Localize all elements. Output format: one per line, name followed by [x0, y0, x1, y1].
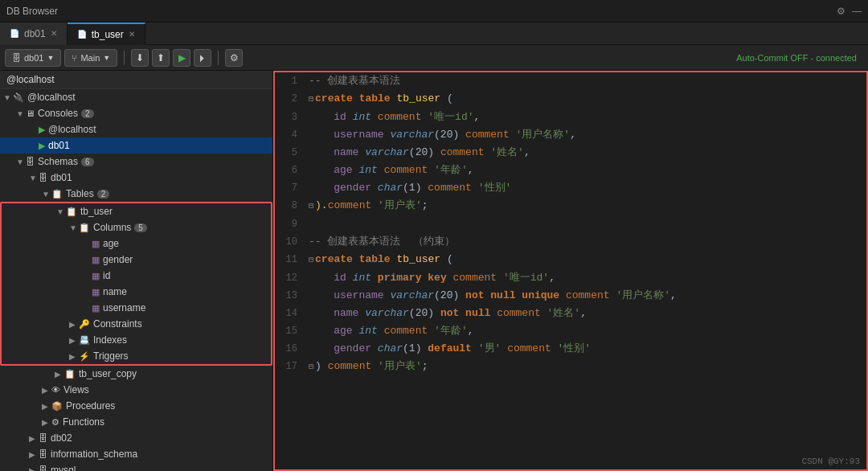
sidebar-item-triggers[interactable]: ▶ ⚡ Triggers: [2, 348, 271, 364]
run-all-btn[interactable]: ⏵: [194, 49, 211, 67]
line-content-14: name varchar(20) not null comment '姓名',: [305, 305, 866, 322]
line-content-4: username varchar(20) comment '用户名称',: [305, 126, 866, 144]
tab-tb-user[interactable]: 📄 tb_user ✕: [68, 23, 145, 45]
arrow-icon: ▶: [55, 370, 64, 379]
tb-copy-icon: 📋: [64, 369, 76, 379]
arrow-icon: ▶: [42, 418, 51, 427]
arrow-icon: ▼: [16, 158, 26, 166]
code-line-16: 16 gender char(1) default '男' comment '性…: [275, 340, 866, 358]
sidebar-item-localhost-console[interactable]: ▶ @localhost: [0, 121, 272, 137]
branch-dropdown-icon: ▼: [103, 54, 110, 62]
sidebar-item-localhost-root[interactable]: ▼ 🔌 @localhost: [0, 89, 272, 105]
sidebar-item-db02[interactable]: ▶ 🗄 db02: [0, 430, 272, 446]
arrow-icon: ▶: [42, 402, 51, 411]
run-btn[interactable]: ▶: [173, 49, 190, 67]
arrow-icon: ▶: [69, 320, 79, 329]
line-num-4: 4: [275, 126, 305, 144]
sidebar-label-tb-user: tb_user: [80, 206, 113, 217]
db-selector[interactable]: 🗄 db01 ▼: [5, 49, 61, 67]
line-content-7: gender char(1) comment '性别': [305, 179, 866, 197]
line-num-11: 11: [275, 251, 305, 268]
db-icon: 🗄: [12, 53, 21, 63]
line-content-3: id int comment '唯一id',: [305, 109, 866, 126]
sidebar-item-col-gender[interactable]: ▦ gender: [2, 252, 271, 268]
line-content-17: ⊟) comment '用户表';: [305, 358, 866, 376]
arrow-icon: ▼: [56, 207, 66, 216]
sidebar-item-db01-schema[interactable]: ▼ 🗄 db01: [0, 170, 272, 186]
line-num-1: 1: [275, 72, 305, 90]
code-line-11: 11 ⊟create table tb_user (: [275, 251, 866, 269]
sidebar-item-constraints[interactable]: ▶ 🔑 Constraints: [2, 316, 271, 332]
toolbar-separator-1: [124, 51, 125, 65]
export-btn[interactable]: ⬆: [152, 49, 170, 67]
info-schema-icon: 🗄: [39, 449, 47, 459]
settings-btn[interactable]: ⚙: [225, 49, 243, 67]
arrow-icon: ▶: [69, 336, 79, 345]
branch-label: Main: [80, 53, 100, 63]
sidebar-label-triggers: Triggers: [93, 350, 129, 362]
db-dropdown-icon: ▼: [47, 54, 54, 62]
sidebar-item-tb-user[interactable]: ▼ 📋 tb_user: [2, 203, 271, 219]
sidebar-item-functions[interactable]: ▶ ⚙ Functions: [0, 414, 272, 430]
sidebar-label-db01-console: db01: [48, 140, 70, 151]
line-num-5: 5: [275, 144, 305, 162]
sidebar-item-col-name[interactable]: ▦ name: [2, 284, 271, 300]
sidebar-label-db02: db02: [51, 432, 72, 444]
toolbar: 🗄 db01 ▼ ⑂ Main ▼ ⬇ ⬆ ▶ ⏵ ⚙ Auto-Commit …: [0, 45, 868, 71]
line-num-6: 6: [275, 162, 305, 179]
code-line-7: 7 gender char(1) comment '性别': [275, 179, 866, 197]
minimize-icon[interactable]: —: [852, 6, 862, 17]
sidebar-label-information-schema: information_schema: [51, 448, 137, 460]
sidebar-label-indexes: Indexes: [93, 334, 127, 346]
code-editor[interactable]: 1 -- 创建表基本语法 2 ⊟create table tb_user ( 3…: [273, 71, 868, 471]
col-icon: ▦: [92, 287, 100, 297]
tab-tb-user-label: tb_user: [92, 29, 124, 40]
line-num-14: 14: [275, 305, 305, 322]
sidebar-item-information-schema[interactable]: ▶ 🗄 information_schema: [0, 446, 272, 462]
col-icon: ▦: [92, 239, 100, 249]
line-num-13: 13: [275, 287, 305, 305]
sidebar-item-mysql[interactable]: ▶ 🗄 mysql: [0, 462, 272, 471]
code-line-13: 13 username varchar(20) not null unique …: [275, 287, 866, 305]
sidebar-item-tables[interactable]: ▼ 📋 Tables 2: [0, 186, 272, 202]
sidebar-item-schemas[interactable]: ▼ 🗄 Schemas 6: [0, 154, 272, 170]
tab-db01-close[interactable]: ✕: [51, 29, 57, 38]
sidebar-item-col-id[interactable]: ▦ id: [2, 268, 271, 284]
code-line-12: 12 id int primary key comment '唯一id',: [275, 269, 866, 287]
sidebar-item-db01-console[interactable]: ▶ db01: [0, 137, 272, 154]
db02-icon: 🗄: [39, 433, 47, 443]
settings-icon[interactable]: ⚙: [837, 6, 845, 17]
titlebar: DB Browser ⚙ —: [0, 0, 868, 23]
sidebar-item-consoles[interactable]: ▼ 🖥 Consoles 2: [0, 105, 272, 121]
sidebar-item-columns[interactable]: ▼ 📋 Columns 5: [2, 219, 271, 236]
sidebar-item-col-username[interactable]: ▦ username: [2, 300, 271, 316]
console-run-icon: ▶: [39, 125, 45, 135]
tab-db01[interactable]: 📄 db01 ✕: [0, 23, 68, 45]
main-content: @localhost ▼ 🔌 @localhost ▼ 🖥 Consoles 2…: [0, 71, 868, 471]
sidebar-item-col-age[interactable]: ▦ age: [2, 236, 271, 252]
branch-selector[interactable]: ⑂ Main ▼: [64, 49, 117, 67]
sidebar-item-views[interactable]: ▶ 👁 Views: [0, 382, 272, 398]
tab-tb-user-close[interactable]: ✕: [129, 30, 135, 39]
sidebar-label-col-id: id: [103, 270, 110, 281]
sidebar-label-localhost-console: @localhost: [48, 124, 96, 135]
sidebar-label-procedures: Procedures: [66, 400, 115, 412]
procedures-icon: 📦: [51, 401, 63, 412]
views-icon: 👁: [51, 385, 60, 395]
arrow-icon: ▶: [29, 466, 39, 472]
code-line-6: 6 age int comment '年龄',: [275, 162, 866, 179]
line-content-16: gender char(1) default '男' comment '性别': [305, 340, 866, 358]
sidebar-label-constraints: Constraints: [93, 318, 142, 330]
col-icon: ▦: [92, 303, 100, 313]
code-line-5: 5 name varchar(20) comment '姓名',: [275, 144, 866, 162]
line-content-12: id int primary key comment '唯一id',: [305, 269, 866, 287]
sidebar-item-tb-user-copy[interactable]: ▶ 📋 tb_user_copy: [0, 366, 272, 382]
import-btn[interactable]: ⬇: [131, 49, 149, 67]
sidebar-label-localhost: @localhost: [27, 92, 76, 103]
sidebar-item-procedures[interactable]: ▶ 📦 Procedures: [0, 398, 272, 414]
db01-schema-icon: 🗄: [39, 173, 47, 182]
tab-db01-icon: 📄: [10, 29, 19, 38]
sidebar-item-indexes[interactable]: ▶ 📇 Indexes: [2, 332, 271, 348]
functions-icon: ⚙: [51, 417, 59, 428]
line-num-16: 16: [275, 340, 305, 358]
